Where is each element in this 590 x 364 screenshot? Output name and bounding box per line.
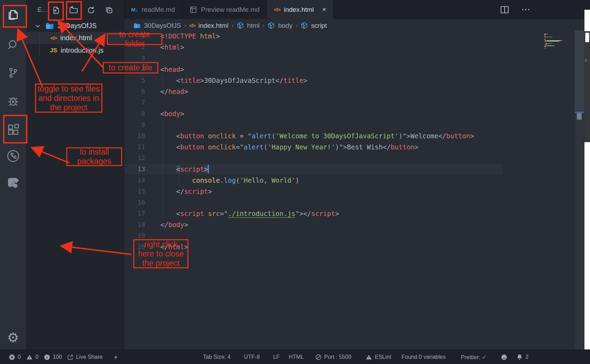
refresh-icon[interactable] xyxy=(85,5,96,16)
code-line-12[interactable]: 12 xyxy=(124,153,575,164)
source-control-icon[interactable] xyxy=(0,62,26,83)
port-label: Port : 5500 xyxy=(324,354,351,360)
breadcrumb-node[interactable]: script xyxy=(311,22,327,29)
tab-preview-readme[interactable]: Preview readMe.md xyxy=(182,0,267,19)
line-number: 6 xyxy=(124,86,145,97)
activity-bar: ⚙ xyxy=(0,0,26,364)
eslint-status[interactable]: ESLint xyxy=(365,350,391,364)
feedback-smiley[interactable] xyxy=(500,350,508,364)
breadcrumb-separator: › xyxy=(296,22,298,29)
breadcrumb-node[interactable]: html xyxy=(247,22,260,29)
tab-size-status[interactable]: Tab Size: 4 xyxy=(203,350,230,364)
annotation-ring-extensions xyxy=(3,115,27,144)
annotation-ring-explorer xyxy=(3,5,27,28)
eslint-label: ESLint xyxy=(375,354,391,360)
bolt-status[interactable] xyxy=(113,350,119,364)
line-number: 11 xyxy=(124,141,145,153)
html-code-icon: </> xyxy=(274,7,280,12)
eslint-warning-icon xyxy=(365,354,372,361)
prettier-status[interactable]: Prettier: ✓ xyxy=(461,350,487,364)
breadcrumb-separator: › xyxy=(184,22,186,29)
tab-label: index.html xyxy=(284,6,314,14)
code-line-7[interactable]: 7 xyxy=(124,97,575,108)
annotation-ring-new-file xyxy=(48,1,64,21)
minimap[interactable] xyxy=(544,34,565,49)
folder-icon xyxy=(45,21,54,31)
breadcrumb-separator: › xyxy=(231,22,234,29)
code-line-5[interactable]: 5 <title>30DaysOfJavaScript</title> xyxy=(124,75,575,86)
edge-artifact xyxy=(584,10,590,31)
code-line-14[interactable]: 14 console.log('Hello, World') xyxy=(124,175,575,186)
scrollbar-thumb[interactable] xyxy=(577,113,582,120)
folder-icon xyxy=(133,22,141,29)
live-share-status-icon xyxy=(67,354,74,361)
close-icon[interactable]: × xyxy=(322,6,326,14)
breadcrumb-node[interactable]: body xyxy=(278,22,292,29)
edge-artifact: ‹ xyxy=(584,31,590,142)
code-line-13[interactable]: 13 <script> xyxy=(124,164,575,175)
language-label: HTML xyxy=(289,354,304,360)
encoding-status[interactable]: UTF-8 xyxy=(244,350,260,364)
code-line-16[interactable]: 16 xyxy=(124,197,575,208)
code-editor[interactable]: 1<!DOCTYPE html>2<html>34<head>5 <title>… xyxy=(124,31,575,349)
live-share-button[interactable]: Live Share xyxy=(67,350,103,364)
split-editor-icon[interactable] xyxy=(500,5,509,15)
code-line-9[interactable]: 9 xyxy=(124,119,575,130)
code-line-20[interactable]: 20</html> xyxy=(124,241,575,252)
language-mode-status[interactable]: HTML xyxy=(289,350,304,364)
notification-count: 2 xyxy=(525,354,529,360)
code-line-4[interactable]: 4<head> xyxy=(124,64,575,75)
scrollbar-track[interactable] xyxy=(575,31,584,349)
live-share-session-icon[interactable] xyxy=(0,146,26,166)
line-number: 16 xyxy=(124,197,145,208)
tab-readme-md[interactable]: M↓ readMe.md xyxy=(124,0,182,19)
notifications-bell[interactable]: 2 xyxy=(516,350,529,364)
search-icon[interactable] xyxy=(0,35,26,55)
tree-indent-guide xyxy=(39,31,40,56)
line-number: 12 xyxy=(124,153,145,164)
code-line-10[interactable]: 10 <button onclick = "alert('Welcome to … xyxy=(124,130,575,141)
more-actions-icon[interactable]: ⋯ xyxy=(521,4,531,15)
code-line-6[interactable]: 6</head> xyxy=(124,86,575,97)
settings-gear-icon[interactable]: ⚙ xyxy=(0,327,26,348)
indent-guide xyxy=(162,119,163,219)
line-number: 8 xyxy=(124,108,145,119)
code-line-17[interactable]: 17 <script src="./introduction.js"></scr… xyxy=(124,208,575,219)
error-icon xyxy=(9,354,15,361)
live-share-label: Live Share xyxy=(76,354,103,360)
edge-widget xyxy=(585,33,589,42)
minimap-slider[interactable] xyxy=(575,31,584,110)
run-debug-icon[interactable] xyxy=(0,91,26,112)
error-count: 0 xyxy=(18,354,21,360)
tab-index-html[interactable]: </> index.html × xyxy=(267,0,334,19)
code-line-18[interactable]: 18</body> xyxy=(124,219,575,230)
file-label: introduction.js xyxy=(61,46,103,54)
indent-guide xyxy=(162,75,163,86)
code-line-2[interactable]: 2<html> xyxy=(124,42,575,53)
code-line-19[interactable]: 19 xyxy=(124,230,575,241)
annotation-close-project: right click here to close the project xyxy=(133,239,188,268)
smiley-icon xyxy=(500,354,508,361)
line-number: 7 xyxy=(124,97,145,108)
breadcrumb-file[interactable]: index.html xyxy=(199,22,229,29)
warning-icon xyxy=(26,354,33,361)
live-share-icon[interactable] xyxy=(0,173,26,193)
prettier-label: Prettier: ✓ xyxy=(461,354,487,361)
code-line-15[interactable]: 15 </script> xyxy=(124,186,575,197)
code-line-3[interactable]: 3 xyxy=(124,53,575,64)
breadcrumb-separator: › xyxy=(263,22,265,29)
problems-status[interactable]: 0 0 100 xyxy=(9,350,62,364)
breadcrumb-folder[interactable]: 30DaysOfJS xyxy=(144,22,181,29)
variables-status[interactable]: Found 0 variables xyxy=(402,350,446,364)
annotation-create-file: to create file xyxy=(103,62,158,73)
line-number: 9 xyxy=(124,119,145,130)
collapse-all-icon[interactable] xyxy=(103,5,115,16)
tab-label: readMe.md xyxy=(142,6,175,14)
text-cursor xyxy=(208,165,209,173)
code-line-11[interactable]: 11 <button onclick="alert('Happy New Yea… xyxy=(124,141,575,153)
code-line-8[interactable]: 8<body> xyxy=(124,108,575,119)
eol-status[interactable]: LF xyxy=(273,350,280,364)
port-status[interactable]: Port : 5500 xyxy=(315,350,351,364)
code-line-1[interactable]: 1<!DOCTYPE html> xyxy=(124,31,575,42)
gear-glyph: ⚙ xyxy=(7,330,19,345)
